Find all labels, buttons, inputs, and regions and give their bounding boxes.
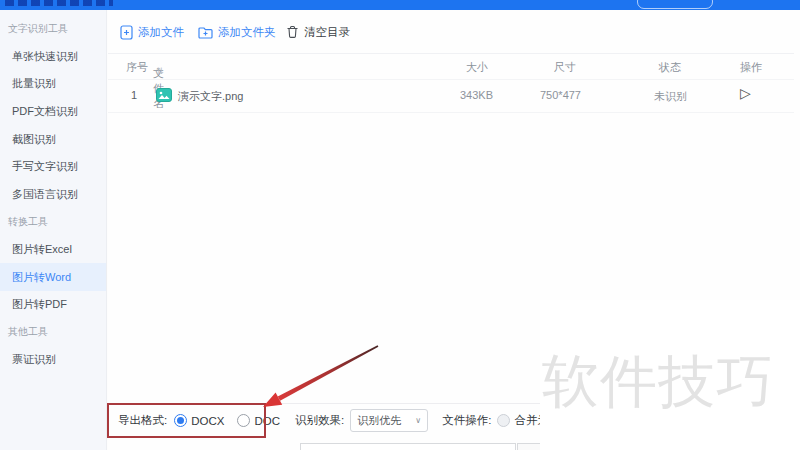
- row-index: 1: [131, 89, 137, 101]
- watermark-text: 软件技巧: [542, 344, 774, 421]
- add-folder-icon: [198, 26, 213, 39]
- col-action: 操作: [740, 60, 762, 75]
- trash-icon: [286, 25, 299, 39]
- add-file-label: 添加文件: [138, 25, 184, 40]
- file-size: 343KB: [460, 89, 493, 101]
- effect-label: 识别效果:: [295, 413, 344, 428]
- file-op-label: 文件操作:: [442, 413, 491, 428]
- doc-radio[interactable]: [237, 414, 250, 427]
- image-file-icon: [156, 88, 172, 104]
- file-status: 未识别: [654, 89, 687, 104]
- app-window: 文字识别工具 单张快速识别 批量识别 PDF文档识别 截图识别 手写文字识别 多…: [0, 0, 800, 450]
- sidebar-item-screenshot[interactable]: 截图识别: [0, 125, 106, 153]
- sidebar-item-img-to-word[interactable]: 图片转Word: [0, 263, 106, 291]
- sidebar-item-batch[interactable]: 批量识别: [0, 70, 106, 98]
- sidebar: 文字识别工具 单张快速识别 批量识别 PDF文档识别 截图识别 手写文字识别 多…: [0, 10, 107, 450]
- export-format-label: 导出格式:: [118, 413, 167, 428]
- watermark-panel: 软件技巧: [540, 300, 800, 450]
- sidebar-item-multilang[interactable]: 多国语言识别: [0, 181, 106, 209]
- titlebar-button[interactable]: [637, 0, 713, 9]
- sidebar-item-pdf-doc[interactable]: PDF文档识别: [0, 98, 106, 126]
- col-status: 状态: [659, 60, 681, 75]
- merge-radio[interactable]: [497, 414, 510, 427]
- add-folder-button[interactable]: 添加文件夹: [198, 23, 276, 41]
- file-name: 演示文字.png: [178, 89, 243, 104]
- sidebar-item-img-to-pdf[interactable]: 图片转PDF: [0, 291, 106, 319]
- col-size: 大小: [466, 60, 488, 75]
- sort-icon[interactable]: ⇅: [156, 66, 164, 76]
- sidebar-item-ticket[interactable]: 票证识别: [0, 346, 106, 374]
- add-file-button[interactable]: 添加文件: [120, 23, 184, 41]
- chevron-down-icon: ∨: [415, 416, 421, 425]
- sidebar-section-text-recognition: 文字识别工具: [0, 15, 106, 43]
- sidebar-item-img-to-excel[interactable]: 图片转Excel: [0, 236, 106, 264]
- table-row[interactable]: 1 演示文字.png 343KB 750*477 未识别 ▷: [108, 79, 794, 113]
- docx-radio-label[interactable]: DOCX: [191, 415, 224, 427]
- col-dimensions: 尺寸: [554, 60, 576, 75]
- save-path-input[interactable]: [300, 443, 516, 450]
- start-recognition-button[interactable]: ▷: [740, 85, 751, 101]
- clear-list-label: 清空目录: [304, 25, 350, 40]
- add-folder-label: 添加文件夹: [218, 25, 276, 40]
- docx-radio[interactable]: [174, 414, 187, 427]
- titlebar: [0, 0, 800, 10]
- add-file-icon: [120, 25, 133, 40]
- sidebar-item-single-quick[interactable]: 单张快速识别: [0, 43, 106, 71]
- sidebar-section-other-tools: 其他工具: [0, 319, 106, 347]
- doc-radio-label[interactable]: DOC: [254, 415, 280, 427]
- effect-dropdown-value: 识别优先: [357, 413, 401, 428]
- col-index: 序号: [126, 60, 148, 75]
- sidebar-section-convert: 转换工具: [0, 208, 106, 236]
- sidebar-item-handwriting[interactable]: 手写文字识别: [0, 153, 106, 181]
- file-table-header: 序号 文件名⇅ 大小 尺寸 状态 操作: [108, 53, 794, 80]
- app-logo-fragment: [5, 0, 113, 6]
- file-dimensions: 750*477: [540, 89, 581, 101]
- effect-dropdown[interactable]: 识别优先 ∨: [350, 409, 428, 432]
- clear-list-button[interactable]: 清空目录: [286, 23, 350, 41]
